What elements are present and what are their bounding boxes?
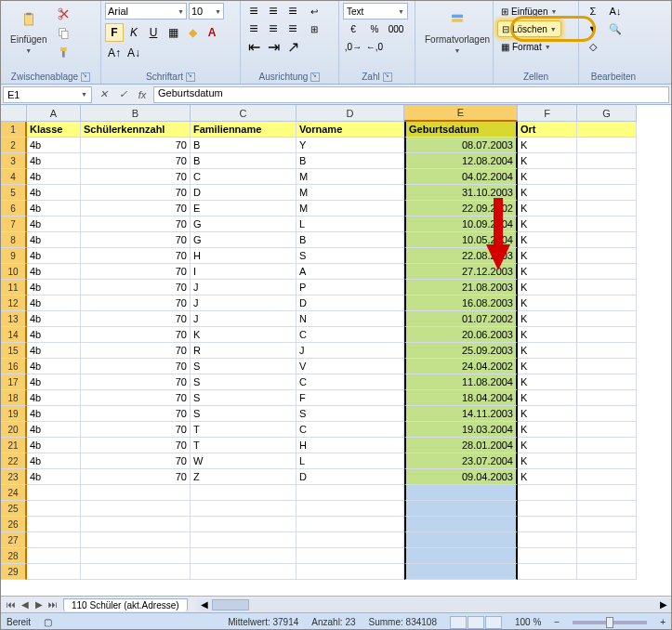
accept-formula-button[interactable]: ✓	[113, 86, 132, 103]
view-pagebreak-button[interactable]	[485, 616, 502, 629]
cell[interactable]	[577, 532, 637, 548]
cell[interactable]	[577, 217, 637, 232]
cell[interactable]: 31.10.2003	[404, 185, 518, 201]
cell[interactable]: N	[296, 311, 404, 327]
zoom-slider[interactable]	[573, 621, 647, 624]
cell[interactable]: 14.11.2003	[404, 406, 518, 422]
underline-button[interactable]: U	[144, 23, 163, 42]
row-header[interactable]: 1	[1, 122, 27, 138]
cell[interactable]: W	[191, 453, 296, 469]
cell[interactable]	[296, 485, 404, 501]
cell[interactable]	[518, 485, 577, 501]
cell[interactable]: 70	[81, 232, 191, 248]
cell[interactable]	[577, 295, 637, 311]
row-header[interactable]: 26	[1, 517, 27, 532]
cell[interactable]	[81, 501, 191, 517]
cell[interactable]: K	[518, 295, 577, 311]
cell[interactable]: M	[296, 185, 404, 201]
cell[interactable]: 10.09.2004	[404, 217, 518, 232]
indent-decrease-button[interactable]: ⇤	[244, 38, 263, 55]
cell[interactable]: K	[518, 153, 577, 169]
cell[interactable]: C	[296, 422, 404, 438]
cell[interactable]: A	[296, 264, 404, 280]
cell[interactable]: C	[191, 169, 296, 185]
cell[interactable]: 4b	[27, 201, 81, 217]
cell[interactable]: 70	[81, 469, 191, 485]
format-cells-button[interactable]: ▦Format▼	[497, 38, 561, 55]
cell[interactable]: L	[296, 217, 404, 232]
cell[interactable]: 4b	[27, 232, 81, 248]
cell[interactable]	[577, 406, 637, 422]
row-header[interactable]: 18	[1, 390, 27, 406]
cell[interactable]: 27.12.2003	[404, 264, 518, 280]
cell[interactable]	[577, 153, 637, 169]
font-color-button[interactable]: A	[203, 23, 221, 42]
fx-button[interactable]: fx	[133, 86, 152, 103]
cell[interactable]	[518, 501, 577, 517]
cell[interactable]: G	[191, 232, 296, 248]
cell[interactable]	[577, 169, 637, 185]
merge-button[interactable]: ⊞	[308, 20, 321, 37]
cell[interactable]: F	[296, 390, 404, 406]
cell[interactable]	[404, 485, 518, 501]
cell[interactable]	[404, 548, 518, 564]
cell[interactable]	[81, 517, 191, 532]
cell[interactable]: 70	[81, 343, 191, 359]
cell[interactable]: K	[518, 406, 577, 422]
cell[interactable]: 18.04.2004	[404, 390, 518, 406]
col-header-E[interactable]: E	[404, 105, 518, 122]
cell[interactable]	[404, 564, 518, 580]
cell[interactable]: 70	[81, 327, 191, 343]
row-header[interactable]: 5	[1, 185, 27, 201]
cell[interactable]: S	[191, 390, 296, 406]
row-header[interactable]: 3	[1, 153, 27, 169]
align-center-button[interactable]: ≡	[264, 20, 283, 37]
font-size-combo[interactable]: 10▼	[189, 3, 224, 20]
cell[interactable]: 4b	[27, 248, 81, 264]
cell[interactable]: K	[518, 169, 577, 185]
cell[interactable]: K	[518, 453, 577, 469]
cell[interactable]: 22.09.2002	[404, 201, 518, 217]
fill-button[interactable]: ▼	[583, 20, 603, 37]
cell[interactable]	[577, 248, 637, 264]
row-header[interactable]: 10	[1, 264, 27, 280]
cell[interactable]: K	[518, 217, 577, 232]
row-header[interactable]: 17	[1, 374, 27, 390]
col-header-B[interactable]: B	[81, 105, 191, 122]
indent-increase-button[interactable]: ⇥	[264, 38, 283, 55]
cell[interactable]	[577, 469, 637, 485]
cell[interactable]	[577, 374, 637, 390]
cell[interactable]: 4b	[27, 311, 81, 327]
number-launcher[interactable]	[383, 72, 392, 82]
cell[interactable]	[577, 501, 637, 517]
cell[interactable]: 4b	[27, 406, 81, 422]
cell[interactable]	[577, 517, 637, 532]
cell[interactable]	[518, 532, 577, 548]
cell[interactable]: S	[296, 248, 404, 264]
cell[interactable]: 08.07.2003	[404, 138, 518, 153]
shrink-font-button[interactable]: A↓	[125, 44, 143, 62]
sheet-nav-first[interactable]: ⏮	[5, 599, 18, 610]
cell[interactable]: K	[518, 264, 577, 280]
cell[interactable]: B	[296, 153, 404, 169]
cell[interactable]	[577, 453, 637, 469]
cell[interactable]: Ort	[518, 122, 577, 138]
bold-button[interactable]: F	[105, 23, 124, 42]
cell[interactable]	[191, 501, 296, 517]
cell[interactable]	[577, 359, 637, 374]
cell[interactable]	[577, 232, 637, 248]
view-layout-button[interactable]	[468, 616, 484, 629]
cut-button[interactable]	[54, 5, 74, 23]
currency-button[interactable]: €	[343, 20, 363, 37]
cell[interactable]	[577, 438, 637, 453]
cell[interactable]: 11.08.2004	[404, 374, 518, 390]
cell[interactable]: S	[191, 359, 296, 374]
cell[interactable]: H	[191, 248, 296, 264]
cell[interactable]: 22.08.2003	[404, 248, 518, 264]
cell[interactable]: 70	[81, 201, 191, 217]
cell[interactable]	[81, 548, 191, 564]
cell[interactable]: 4b	[27, 469, 81, 485]
cell[interactable]: Y	[296, 138, 404, 153]
cell[interactable]: K	[518, 390, 577, 406]
cell[interactable]: 20.06.2003	[404, 327, 518, 343]
